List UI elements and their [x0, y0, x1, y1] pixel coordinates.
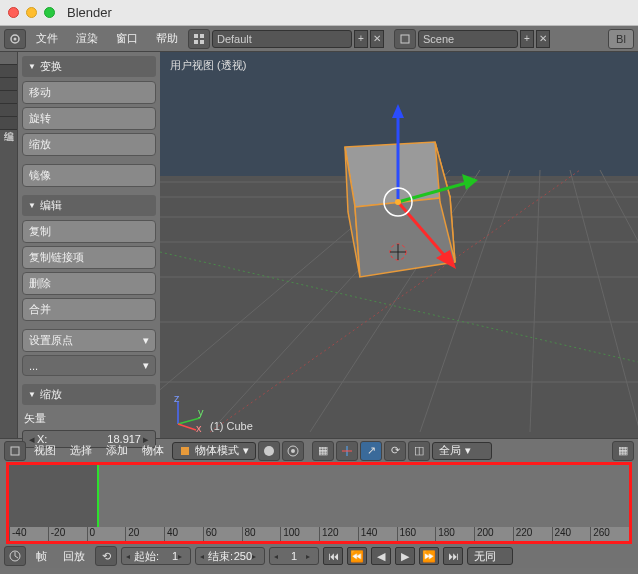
- close-icon[interactable]: [8, 7, 19, 18]
- start-label: 起始:: [134, 549, 159, 564]
- vtab-relations[interactable]: 关系: [0, 78, 17, 91]
- layout-remove-button[interactable]: ✕: [370, 30, 384, 48]
- rotate-button[interactable]: 旋转: [22, 107, 156, 130]
- pivot-icon[interactable]: [282, 441, 304, 461]
- tick: -20: [48, 527, 87, 541]
- play-button[interactable]: ▶: [395, 547, 415, 565]
- minimize-icon[interactable]: [26, 7, 37, 18]
- menu-file[interactable]: 文件: [28, 31, 66, 46]
- menu-select[interactable]: 选择: [64, 443, 98, 458]
- sync-mode-selector[interactable]: 无同: [467, 547, 513, 565]
- delete-button[interactable]: 删除: [22, 272, 156, 295]
- tick: 60: [203, 527, 242, 541]
- scale-button[interactable]: 缩放: [22, 133, 156, 156]
- sync-icon[interactable]: ⟲: [95, 546, 117, 566]
- engine-label[interactable]: Bl: [608, 29, 634, 49]
- panel-transform-header[interactable]: 变换: [22, 56, 156, 77]
- menu-frame[interactable]: 帧: [30, 549, 53, 564]
- menu-help[interactable]: 帮助: [148, 31, 186, 46]
- move-button[interactable]: 移动: [22, 81, 156, 104]
- tick: 200: [474, 527, 513, 541]
- menu-playback[interactable]: 回放: [57, 549, 91, 564]
- duplicate-button[interactable]: 复制: [22, 220, 156, 243]
- play-reverse-button[interactable]: ◀: [371, 547, 391, 565]
- tick: 180: [435, 527, 474, 541]
- window-controls: [8, 7, 55, 18]
- keyframe-prev-button[interactable]: ⏪: [347, 547, 367, 565]
- tick: 240: [552, 527, 591, 541]
- jump-end-button[interactable]: ⏭: [443, 547, 463, 565]
- rotate-manipulator-icon[interactable]: ⟳: [384, 441, 406, 461]
- decrement-icon[interactable]: ◂: [274, 552, 282, 561]
- layers-icon[interactable]: ▦: [312, 441, 334, 461]
- svg-text:z: z: [174, 396, 180, 404]
- menu-render[interactable]: 渲染: [68, 31, 106, 46]
- scale-manipulator-icon[interactable]: ◫: [408, 441, 430, 461]
- editor-type-timeline-icon[interactable]: [4, 546, 26, 566]
- svg-rect-45: [181, 447, 189, 455]
- vtab-tools[interactable]: 工具: [0, 52, 17, 65]
- layout-add-button[interactable]: +: [354, 30, 368, 48]
- playhead[interactable]: [97, 465, 99, 527]
- tool-shelf: 工具 创建 关系 动画 物理 编组 变换 移动 旋转 缩放 镜像 编辑 复制 复…: [0, 52, 160, 438]
- mirror-button[interactable]: 镜像: [22, 164, 156, 187]
- main-area: 工具 创建 关系 动画 物理 编组 变换 移动 旋转 缩放 镜像 编辑 复制 复…: [0, 52, 638, 438]
- tick: -40: [9, 527, 48, 541]
- panel-edit-header[interactable]: 编辑: [22, 195, 156, 216]
- manipulator-toggle-icon[interactable]: [336, 441, 358, 461]
- timeline-header: 帧 回放 ⟲ ◂ 起始: 1 ▸ ◂ 结束: 250 ▸ ◂ 1 ▸ ⏮ ⏪ ◀…: [0, 544, 638, 568]
- svg-point-34: [395, 199, 401, 205]
- maximize-icon[interactable]: [44, 7, 55, 18]
- menu-view[interactable]: 视图: [28, 443, 62, 458]
- svg-rect-3: [200, 34, 204, 38]
- viewport-3d[interactable]: 用户视图 (透视) z y x (1) Cube: [160, 52, 638, 438]
- vtab-create[interactable]: 创建: [0, 65, 17, 78]
- decrement-icon[interactable]: ◂: [126, 552, 134, 561]
- mode-selector[interactable]: 物体模式 ▾: [172, 442, 256, 460]
- extra-dropdown[interactable]: ... ▾: [22, 355, 156, 376]
- orientation-selector[interactable]: 全局 ▾: [432, 442, 492, 460]
- editor-type-icon[interactable]: [4, 29, 26, 49]
- layers-grid-icon[interactable]: ▦: [612, 441, 634, 461]
- increment-icon[interactable]: ▸: [306, 552, 314, 561]
- duplicate-linked-button[interactable]: 复制链接项: [22, 246, 156, 269]
- current-frame-field[interactable]: ◂ 1 ▸: [269, 547, 319, 565]
- menu-object[interactable]: 物体: [136, 443, 170, 458]
- tick: 40: [164, 527, 203, 541]
- editor-type-3d-icon[interactable]: [4, 441, 26, 461]
- menu-add[interactable]: 添加: [100, 443, 134, 458]
- layout-selector[interactable]: Default: [212, 30, 352, 48]
- timeline[interactable]: -40 -20 0 20 40 60 80 100 120 140 160 18…: [9, 465, 629, 541]
- chevron-down-icon: ▾: [143, 359, 149, 372]
- chevron-down-icon: ▾: [243, 444, 249, 457]
- svg-line-42: [178, 424, 196, 430]
- menu-window[interactable]: 窗口: [108, 31, 146, 46]
- panel-scale-header[interactable]: 缩放: [22, 384, 156, 405]
- jump-start-button[interactable]: ⏮: [323, 547, 343, 565]
- increment-icon[interactable]: ▸: [178, 552, 186, 561]
- layout-browse-icon[interactable]: [188, 29, 210, 49]
- scene-remove-button[interactable]: ✕: [536, 30, 550, 48]
- keyframe-next-button[interactable]: ⏩: [419, 547, 439, 565]
- scene-browse-icon[interactable]: [394, 29, 416, 49]
- tick: 20: [125, 527, 164, 541]
- scene-selector[interactable]: Scene: [418, 30, 518, 48]
- vtab-group[interactable]: 编组: [0, 117, 17, 130]
- set-origin-dropdown[interactable]: 设置原点 ▾: [22, 329, 156, 352]
- translate-manipulator-icon[interactable]: ↗: [360, 441, 382, 461]
- increment-icon[interactable]: ▸: [252, 552, 260, 561]
- vtab-physics[interactable]: 物理: [0, 104, 17, 117]
- titlebar: Blender: [0, 0, 638, 26]
- decrement-icon[interactable]: ◂: [200, 552, 208, 561]
- join-button[interactable]: 合并: [22, 298, 156, 321]
- mode-label: 物体模式: [195, 443, 239, 458]
- tick: 100: [280, 527, 319, 541]
- shading-solid-icon[interactable]: [258, 441, 280, 461]
- vtab-animation[interactable]: 动画: [0, 91, 17, 104]
- scene-add-button[interactable]: +: [520, 30, 534, 48]
- start-frame-field[interactable]: ◂ 起始: 1 ▸: [121, 547, 191, 565]
- end-frame-field[interactable]: ◂ 结束: 250 ▸: [195, 547, 265, 565]
- vertical-tabs: 工具 创建 关系 动画 物理 编组: [0, 52, 18, 438]
- viewport-status: (1) Cube: [210, 420, 253, 432]
- svg-rect-2: [194, 34, 198, 38]
